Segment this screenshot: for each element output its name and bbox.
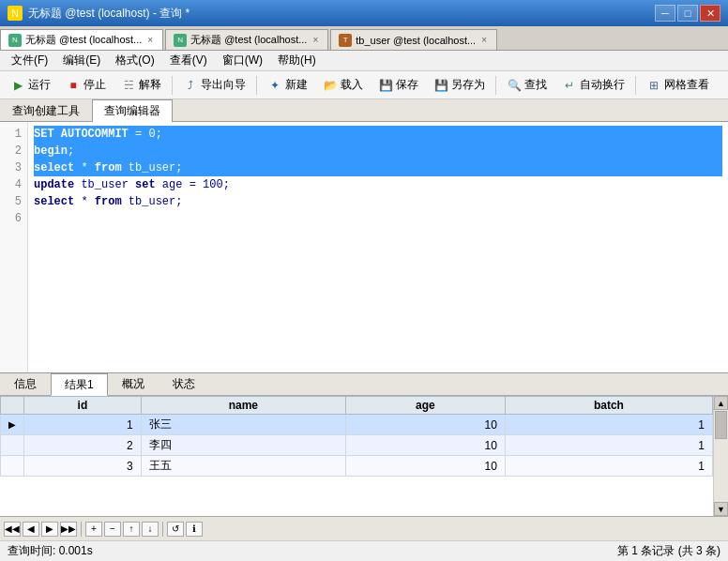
scroll-track: [714, 410, 728, 502]
doc-tab-close-1[interactable]: ×: [145, 35, 155, 45]
grid-icon: ⊞: [646, 78, 661, 93]
load-label: 载入: [341, 77, 363, 93]
find-button[interactable]: 🔍 查找: [500, 74, 554, 97]
new-icon: ✦: [267, 78, 282, 93]
last-page-button[interactable]: ▶▶: [60, 522, 77, 537]
doc-tab-label-3: tb_user @test (localhost...: [356, 35, 476, 46]
add-row-button[interactable]: +: [85, 522, 102, 537]
grid-button[interactable]: ⊞ 网格查看: [640, 74, 716, 97]
replace-icon: ↵: [562, 78, 577, 93]
stop-icon: ■: [66, 78, 81, 93]
prev-page-button[interactable]: ◀: [23, 522, 39, 537]
tab-query-builder[interactable]: 查询创建工具: [0, 99, 92, 121]
menu-file[interactable]: 文件(F): [4, 51, 55, 70]
doc-tab-3[interactable]: T tb_user @test (localhost... ×: [330, 29, 497, 50]
doc-tab-2[interactable]: N 无标题 @test (localhost... ×: [165, 29, 328, 50]
first-page-button[interactable]: ◀◀: [4, 522, 21, 537]
query-tab-strip: 查询创建工具 查询编辑器: [0, 99, 728, 122]
table-header-row: id name age batch: [1, 397, 713, 415]
load-button[interactable]: 📂 载入: [316, 74, 370, 97]
table-row[interactable]: 3 王五 10 1: [1, 456, 713, 477]
toolbar-sep-4: [635, 76, 636, 95]
export-icon: ⤴: [183, 78, 198, 93]
move-up-button[interactable]: ↑: [123, 522, 140, 537]
vertical-scrollbar[interactable]: ▲ ▼: [713, 396, 728, 516]
save-button[interactable]: 💾 保存: [372, 74, 425, 97]
row-2-age: 10: [345, 435, 505, 456]
new-button[interactable]: ✦ 新建: [261, 74, 314, 97]
new-label: 新建: [285, 77, 308, 93]
col-arrow: [1, 397, 24, 415]
pagination-sep-1: [81, 522, 82, 537]
replace-button[interactable]: ↵ 自动换行: [555, 74, 631, 97]
doc-tab-label-1: 无标题 @test (localhost...: [25, 33, 142, 47]
scroll-up-btn[interactable]: ▲: [714, 396, 728, 410]
result-tab-strip: 信息 结果1 概况 状态: [0, 373, 728, 396]
app-icon: N: [8, 6, 23, 21]
code-line-5: select * from tb_user;: [34, 193, 722, 210]
tab-query-editor[interactable]: 查询编辑器: [92, 99, 173, 122]
line-numbers: 1 2 3 4 5 6: [0, 122, 28, 372]
result-table: id name age batch ▶ 1 张三 10 1: [0, 396, 713, 477]
info-button[interactable]: ℹ: [186, 522, 203, 537]
explain-label: 解释: [139, 77, 161, 93]
row-2-id: 2: [24, 435, 142, 456]
refresh-button[interactable]: ↺: [167, 522, 184, 537]
code-editor[interactable]: 1 2 3 4 5 6 SET AUTOCOMMIT = 0; begin; s…: [0, 122, 728, 372]
export-button[interactable]: ⤴ 导出向导: [176, 74, 252, 97]
code-line-6: [34, 210, 722, 227]
doc-tab-1[interactable]: N 无标题 @test (localhost... ×: [0, 29, 163, 50]
row-3-id: 3: [24, 456, 142, 477]
tab-info[interactable]: 信息: [0, 373, 51, 395]
menu-edit[interactable]: 编辑(E): [55, 51, 108, 70]
result-table-container[interactable]: id name age batch ▶ 1 张三 10 1: [0, 396, 713, 516]
explain-button[interactable]: ☵ 解释: [114, 74, 168, 97]
line-num-1: 1: [0, 126, 27, 143]
doc-tab-close-3[interactable]: ×: [479, 35, 489, 45]
code-lines[interactable]: SET AUTOCOMMIT = 0; begin; select * from…: [28, 122, 728, 372]
doc-tab-label-2: 无标题 @test (localhost...: [190, 33, 307, 47]
menu-format[interactable]: 格式(O): [108, 51, 161, 70]
saveas-label: 另存为: [451, 77, 485, 93]
run-label: 运行: [28, 77, 51, 93]
row-3-age: 10: [345, 456, 505, 477]
doc-tab-icon-1: N: [8, 34, 22, 47]
saveas-button[interactable]: 💾 另存为: [427, 74, 492, 97]
doc-tab-icon-3: T: [339, 34, 352, 47]
bottom-panel: 信息 结果1 概况 状态 id name age batch: [0, 373, 728, 561]
result-content: id name age batch ▶ 1 张三 10 1: [0, 396, 728, 516]
menu-window[interactable]: 窗口(W): [215, 51, 270, 70]
minimize-button[interactable]: ─: [655, 5, 675, 22]
toolbar-sep-1: [172, 76, 173, 95]
menu-view[interactable]: 查看(V): [162, 51, 215, 70]
stop-button[interactable]: ■ 停止: [59, 74, 113, 97]
scroll-thumb[interactable]: [715, 411, 727, 439]
doc-tab-icon-2: N: [174, 34, 187, 47]
doc-tab-close-2[interactable]: ×: [311, 35, 320, 45]
table-row[interactable]: ▶ 1 张三 10 1: [1, 415, 713, 435]
close-button[interactable]: ✕: [700, 5, 720, 22]
run-button[interactable]: ▶ 运行: [4, 74, 57, 97]
line-num-5: 5: [0, 193, 27, 210]
move-down-button[interactable]: ↓: [142, 522, 159, 537]
line-num-6: 6: [0, 210, 27, 227]
next-page-button[interactable]: ▶: [41, 522, 58, 537]
replace-label: 自动换行: [580, 77, 625, 93]
toolbar: ▶ 运行 ■ 停止 ☵ 解释 ⤴ 导出向导 ✦ 新建 📂 载入 💾 保存 💾 另…: [0, 71, 728, 99]
row-2-arrow: [1, 435, 24, 456]
main-area: 查询创建工具 查询编辑器 1 2 3 4 5 6 SET AUTOCOMMIT …: [0, 99, 728, 561]
maximize-button[interactable]: □: [677, 5, 698, 22]
tab-status[interactable]: 状态: [159, 373, 209, 395]
document-tab-bar: N 无标题 @test (localhost... × N 无标题 @test …: [0, 26, 728, 51]
col-age: age: [345, 397, 505, 415]
tab-overview[interactable]: 概况: [108, 373, 159, 395]
window-title: 无标题 @test (localhost) - 查询 *: [28, 6, 190, 22]
tab-result1[interactable]: 结果1: [51, 373, 108, 396]
scroll-down-btn[interactable]: ▼: [714, 502, 728, 516]
table-row[interactable]: 2 李四 10 1: [1, 435, 713, 456]
load-icon: 📂: [323, 78, 338, 93]
row-1-name: 张三: [141, 415, 345, 435]
col-batch: batch: [505, 397, 712, 415]
menu-help[interactable]: 帮助(H): [270, 51, 324, 70]
remove-row-button[interactable]: −: [104, 522, 121, 537]
